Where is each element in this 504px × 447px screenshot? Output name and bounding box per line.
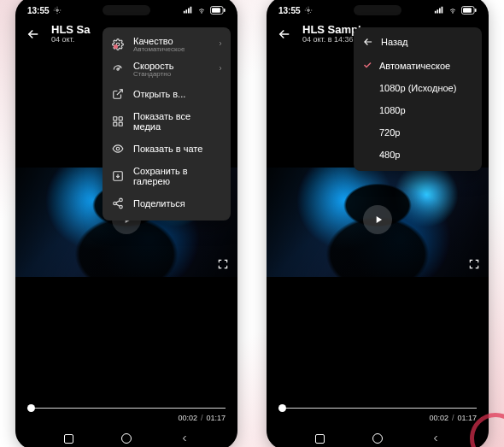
wifi-icon bbox=[448, 6, 458, 15]
menu-item-show-in-chat[interactable]: Показать в чате bbox=[103, 137, 231, 161]
menu-item-quality[interactable]: Качество Автоматическое bbox=[103, 32, 231, 57]
svg-rect-8 bbox=[114, 122, 117, 126]
option-label: 1080p bbox=[379, 105, 406, 115]
camera-notch bbox=[103, 5, 150, 15]
battery-icon bbox=[461, 6, 477, 15]
menu-item-show-all-media[interactable]: Показать все медиа bbox=[103, 106, 231, 137]
download-image-icon bbox=[111, 169, 125, 183]
svg-rect-18 bbox=[475, 9, 477, 12]
system-nav-bar bbox=[15, 432, 237, 444]
clock: 13:55 bbox=[27, 6, 50, 15]
svg-rect-4 bbox=[212, 8, 220, 13]
option-label: Автоматическое bbox=[379, 61, 450, 71]
menu-sublabel: Автоматическое bbox=[133, 46, 185, 54]
menu-label: Открыть в... bbox=[133, 89, 185, 99]
signal-icon bbox=[183, 6, 193, 15]
quality-option-720p[interactable]: 720p bbox=[354, 121, 482, 144]
menu-item-share[interactable]: Поделиться bbox=[103, 191, 231, 215]
grid-icon bbox=[111, 115, 125, 128]
menu-sublabel: Стандартно bbox=[133, 71, 174, 79]
player-controls: 00:02 / 01:17 bbox=[15, 400, 237, 422]
status-app-icon bbox=[304, 6, 313, 15]
svg-point-12 bbox=[120, 198, 123, 202]
speed-icon bbox=[111, 62, 125, 76]
wifi-icon bbox=[196, 6, 207, 15]
signal-icon bbox=[434, 6, 444, 15]
play-button[interactable] bbox=[363, 205, 392, 234]
nav-home[interactable] bbox=[372, 432, 384, 444]
svg-point-16 bbox=[453, 13, 454, 14]
menu-item-open-in[interactable]: Открыть в... bbox=[103, 82, 231, 106]
status-app-icon bbox=[53, 6, 62, 15]
menu-label: Показать все медиа bbox=[133, 111, 220, 132]
svg-rect-19 bbox=[463, 8, 472, 13]
submenu-back-label: Назад bbox=[381, 37, 408, 47]
option-label: 720p bbox=[379, 127, 400, 138]
quality-submenu: Назад Автоматическое 1080p (Исходное) 10… bbox=[354, 27, 482, 171]
eye-icon bbox=[111, 142, 125, 156]
status-bar: 13:55 bbox=[267, 2, 489, 19]
seek-thumb[interactable] bbox=[27, 404, 35, 412]
open-external-icon bbox=[111, 87, 125, 101]
battery-icon bbox=[210, 6, 226, 15]
nav-home[interactable] bbox=[120, 432, 132, 444]
video-options-menu: Качество Автоматическое Скорость Стандар… bbox=[103, 27, 231, 221]
nav-back[interactable] bbox=[430, 432, 442, 444]
chevron-right-icon bbox=[217, 64, 224, 74]
back-button[interactable] bbox=[275, 25, 294, 44]
back-button[interactable] bbox=[24, 25, 43, 44]
camera-notch bbox=[354, 5, 401, 15]
quality-option-1080p[interactable]: 1080p bbox=[354, 99, 482, 121]
nav-back[interactable] bbox=[179, 432, 190, 444]
status-bar: 13:55 bbox=[15, 2, 237, 19]
fullscreen-button[interactable] bbox=[215, 256, 231, 272]
page-subtitle: 04 окт. bbox=[51, 36, 91, 44]
svg-point-1 bbox=[202, 13, 202, 14]
seek-bar[interactable] bbox=[27, 400, 226, 415]
option-label: 480p bbox=[379, 150, 400, 160]
svg-point-10 bbox=[116, 147, 120, 150]
player-controls: 00:02 / 01:17 bbox=[267, 400, 489, 422]
share-icon bbox=[111, 197, 125, 210]
option-label: 1080p (Исходное) bbox=[379, 83, 456, 93]
seek-bar[interactable] bbox=[278, 400, 477, 415]
menu-label: Показать в чате bbox=[133, 144, 202, 154]
svg-rect-7 bbox=[119, 117, 122, 121]
phone-left: 13:55 HLS Sa 04 окт. bbox=[15, 0, 237, 447]
gear-icon bbox=[111, 38, 125, 51]
submenu-back[interactable]: Назад bbox=[354, 31, 482, 55]
nav-recent[interactable] bbox=[62, 432, 74, 444]
fullscreen-button[interactable] bbox=[466, 256, 482, 272]
svg-rect-9 bbox=[119, 122, 122, 126]
quality-option-auto[interactable]: Автоматическое bbox=[354, 55, 482, 77]
svg-point-15 bbox=[307, 9, 309, 12]
clock: 13:55 bbox=[278, 6, 301, 15]
check-icon bbox=[362, 60, 372, 72]
svg-point-0 bbox=[56, 9, 58, 12]
svg-point-13 bbox=[114, 202, 117, 205]
menu-item-speed[interactable]: Скорость Стандартно bbox=[103, 57, 231, 82]
video-player[interactable] bbox=[267, 168, 489, 277]
svg-point-14 bbox=[120, 205, 123, 209]
quality-option-480p[interactable]: 480p bbox=[354, 144, 482, 166]
menu-item-save[interactable]: Сохранить в галерею bbox=[103, 161, 231, 191]
svg-rect-6 bbox=[114, 117, 117, 121]
seek-thumb[interactable] bbox=[278, 404, 286, 412]
svg-rect-3 bbox=[224, 9, 226, 12]
nav-recent[interactable] bbox=[314, 432, 325, 444]
menu-label: Поделиться bbox=[133, 198, 185, 209]
menu-label: Сохранить в галерею bbox=[133, 166, 220, 186]
chevron-right-icon bbox=[217, 39, 224, 50]
quality-option-1080p-source[interactable]: 1080p (Исходное) bbox=[354, 77, 482, 99]
page-title: HLS Sa bbox=[51, 24, 91, 36]
system-nav-bar bbox=[267, 432, 489, 444]
phone-right: 13:55 HLS Samples 04 окт. в 14:36 bbox=[267, 0, 489, 447]
